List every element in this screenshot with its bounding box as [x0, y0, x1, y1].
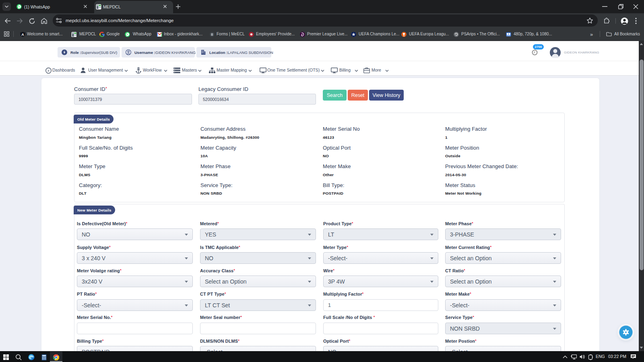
svg-text:A: A — [21, 32, 24, 36]
